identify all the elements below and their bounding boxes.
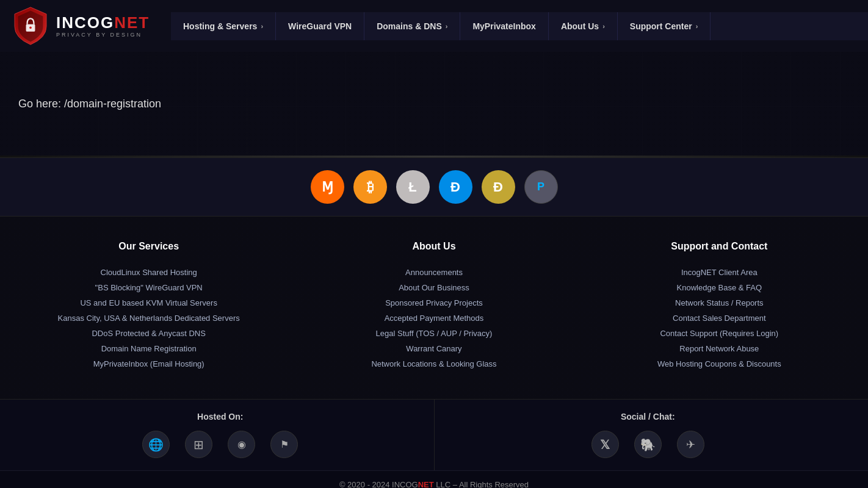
nav-support[interactable]: Support Center › xyxy=(618,12,711,40)
footer-bottom: Hosted On: 🌐 ⊞ ◉ ⚑ Social / Chat: 𝕏 🐘 ✈ xyxy=(0,399,868,470)
mastodon-icon[interactable]: 🐘 xyxy=(634,431,662,458)
logo-net: NET xyxy=(114,13,150,32)
twitter-icon[interactable]: 𝕏 xyxy=(591,431,619,458)
social-icons-row: 𝕏 🐘 ✈ xyxy=(453,431,844,458)
footer-link-ddos[interactable]: DDoS Protected & Anycast DNS xyxy=(12,329,285,338)
footer-main: Our Services CloudLinux Shared Hosting "… xyxy=(0,217,868,399)
footer-columns: Our Services CloudLinux Shared Hosting "… xyxy=(12,241,856,375)
logo-subtitle: PRIVACY BY DESIGN xyxy=(56,32,150,38)
copyright-text-after: LLC – All Rights Reserved xyxy=(434,480,529,488)
logo-text: INCOGNET PRIVACY BY DESIGN xyxy=(56,15,150,38)
footer-link-kvm[interactable]: US and EU based KVM Virtual Servers xyxy=(12,298,285,307)
nav-inbox[interactable]: MyPrivateInbox xyxy=(460,12,548,40)
footer-link-canary[interactable]: Warrant Canary xyxy=(297,344,570,353)
hosted-on-label: Hosted On: xyxy=(25,412,416,422)
footer-link-network-status[interactable]: Network Status / Reports xyxy=(583,298,856,307)
logo-area[interactable]: INCOGNET PRIVACY BY DESIGN xyxy=(0,0,171,52)
footer-col-services: Our Services CloudLinux Shared Hosting "… xyxy=(12,241,285,375)
dash-icon[interactable]: Đ xyxy=(439,170,472,204)
footer-col-about: About Us Announcements About Our Busines… xyxy=(297,241,570,375)
chevron-right-icon: › xyxy=(261,23,263,30)
bitcoin-icon[interactable]: ₿ xyxy=(353,170,387,204)
footer-about-title: About Us xyxy=(297,241,570,257)
footer-services-title: Our Services xyxy=(12,241,285,257)
footer-link-abuse[interactable]: Report Network Abuse xyxy=(583,344,856,353)
footer-link-privacy-projects[interactable]: Sponsored Privacy Projects xyxy=(297,298,570,307)
nav-domains[interactable]: Domains & DNS › xyxy=(364,12,460,40)
footer-link-network-locations[interactable]: Network Locations & Looking Glass xyxy=(297,359,570,368)
social-chat-section: Social / Chat: 𝕏 🐘 ✈ xyxy=(435,400,862,470)
footer-link-wireguard[interactable]: "BS Blocking" WireGuard VPN xyxy=(12,283,285,292)
hero-section: Go here: /domain-registration xyxy=(0,52,868,156)
footer-link-dedicated[interactable]: Kansas City, USA & Netherlands Dedicated… xyxy=(12,314,285,323)
tor-icon[interactable]: ◉ xyxy=(228,431,255,458)
footer-link-client-area[interactable]: IncogNET Client Area xyxy=(583,268,856,277)
footer-link-coupons[interactable]: Web Hosting Coupons & Discounts xyxy=(583,359,856,368)
litecoin-icon[interactable]: Ł xyxy=(396,170,430,204)
footer-link-payment[interactable]: Accepted Payment Methods xyxy=(297,314,570,323)
paypal-icon[interactable]: P xyxy=(524,170,558,204)
footer-link-contact-support[interactable]: Contact Support (Requires Login) xyxy=(583,329,856,338)
footer-col-support: Support and Contact IncogNET Client Area… xyxy=(583,241,856,375)
copyright-bar: © 2020 - 2024 INCOGNET LLC – All Rights … xyxy=(0,470,868,488)
hero-text: Go here: /domain-registration xyxy=(18,98,161,110)
footer-link-business[interactable]: About Our Business xyxy=(297,283,570,292)
footer-link-email[interactable]: MyPrivateInbox (Email Hosting) xyxy=(12,359,285,368)
copyright-net-red: NET xyxy=(418,480,434,488)
nav-hosting[interactable]: Hosting & Servers › xyxy=(171,12,276,40)
monero-icon[interactable]: Ɱ xyxy=(311,170,344,204)
main-nav: Hosting & Servers › WireGuard VPN Domain… xyxy=(171,12,868,40)
footer-link-announcements[interactable]: Announcements xyxy=(297,268,570,277)
nav-wireguard[interactable]: WireGuard VPN xyxy=(276,12,364,40)
footer-link-legal[interactable]: Legal Stuff (TOS / AUP / Privacy) xyxy=(297,329,570,338)
header: INCOGNET PRIVACY BY DESIGN Hosting & Ser… xyxy=(0,0,868,52)
logo-shield-icon xyxy=(12,6,49,46)
footer-link-domains[interactable]: Domain Name Registration xyxy=(12,344,285,353)
chevron-right-icon: › xyxy=(446,23,448,30)
globe-icon[interactable]: 🌐 xyxy=(142,431,170,458)
hosted-icons-row: 🌐 ⊞ ◉ ⚑ xyxy=(25,431,416,458)
grid-icon[interactable]: ⊞ xyxy=(185,431,212,458)
telegram-icon[interactable]: ✈ xyxy=(677,431,704,458)
crypto-payment-bar: Ɱ ₿ Ł Đ Ð P xyxy=(0,157,868,217)
logo-incog: INCOG xyxy=(56,13,114,32)
hosted-on-section: Hosted On: 🌐 ⊞ ◉ ⚑ xyxy=(7,400,435,470)
footer-link-sales[interactable]: Contact Sales Department xyxy=(583,314,856,323)
chevron-right-icon: › xyxy=(602,23,605,30)
footer-support-title: Support and Contact xyxy=(583,241,856,257)
footer-bottom-inner: Hosted On: 🌐 ⊞ ◉ ⚑ Social / Chat: 𝕏 🐘 ✈ xyxy=(7,400,861,470)
copyright-text-before: © 2020 - 2024 INCOG xyxy=(339,480,418,488)
flag-icon[interactable]: ⚑ xyxy=(270,431,298,458)
social-label: Social / Chat: xyxy=(453,412,844,422)
chevron-right-icon: › xyxy=(696,23,698,30)
nav-about[interactable]: About Us › xyxy=(549,12,618,40)
footer-link-cloudlinux[interactable]: CloudLinux Shared Hosting xyxy=(12,268,285,277)
dogecoin-icon[interactable]: Ð xyxy=(482,170,515,204)
footer-link-kb[interactable]: Knowledge Base & FAQ xyxy=(583,283,856,292)
svg-point-1 xyxy=(29,26,32,29)
